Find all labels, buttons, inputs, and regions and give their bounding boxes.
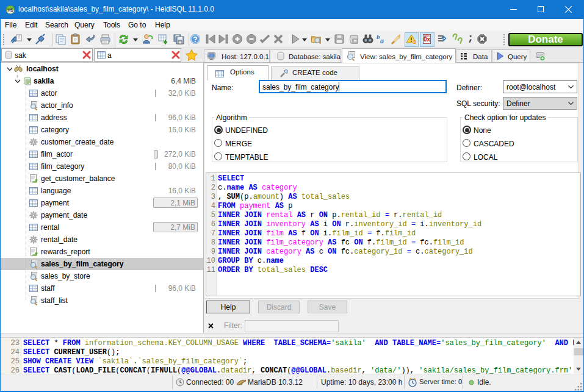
svg-text:?: ? xyxy=(193,35,197,44)
svg-text:a: a xyxy=(380,37,384,45)
svg-text:0x: 0x xyxy=(424,36,431,43)
svg-text:HS: HS xyxy=(7,8,13,12)
